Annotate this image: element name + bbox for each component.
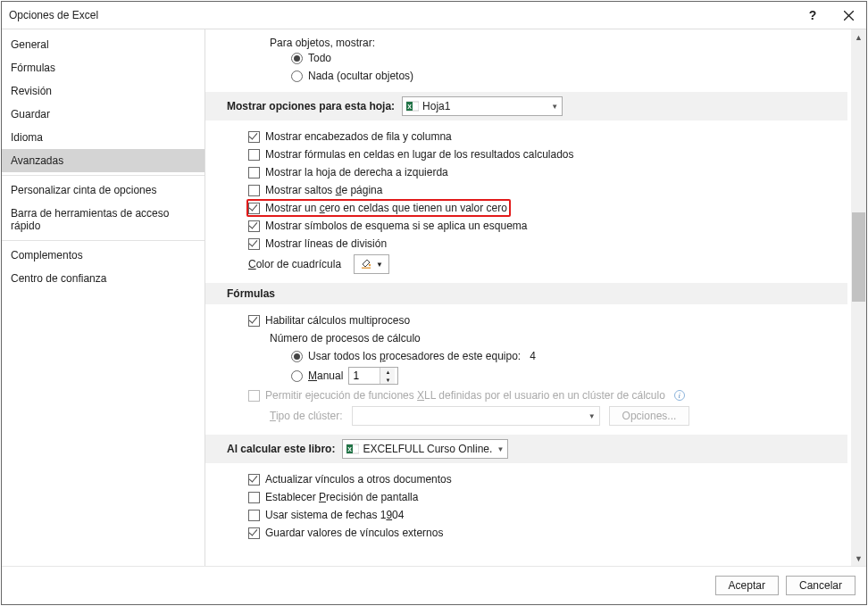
threads-label: Número de procesos de cálculo xyxy=(227,329,847,347)
checkbox-xll-cluster: Permitir ejecución de funciones XLL defi… xyxy=(227,386,847,404)
gridline-color-button[interactable]: ▼ xyxy=(354,254,389,274)
svg-point-5 xyxy=(369,263,371,265)
checkbox-icon xyxy=(248,492,260,503)
checkbox-icon xyxy=(248,238,260,250)
section-calc-workbook: Al calcular este libro: X EXCELFULL Curs… xyxy=(205,435,847,463)
checkbox-save-external-links[interactable]: Guardar valores de vínculos externos xyxy=(227,524,847,542)
checkbox-icon xyxy=(248,203,260,214)
checkbox-multithread[interactable]: Habilitar cálculos multiproceso xyxy=(227,311,847,329)
checkbox-icon xyxy=(248,149,260,161)
svg-text:X: X xyxy=(407,104,412,110)
window-title: Opciones de Excel xyxy=(9,9,795,21)
sidebar-item-general[interactable]: General xyxy=(2,33,204,56)
close-button[interactable] xyxy=(830,2,866,29)
checkbox-show-zeros[interactable]: Mostrar un cero en celdas que tienen un … xyxy=(246,199,511,217)
objects-label: Para objetos, mostrar: xyxy=(227,37,847,49)
scroll-down-arrow[interactable]: ▼ xyxy=(851,551,866,566)
checkbox-icon xyxy=(248,390,260,402)
sidebar-item-addins[interactable]: Complementos xyxy=(2,244,204,267)
checkbox-date-1904[interactable]: Usar sistema de fechas 1904 xyxy=(227,506,847,524)
sheet-icon: X xyxy=(406,100,419,112)
radio-icon xyxy=(291,370,303,382)
spin-down[interactable]: ▼ xyxy=(380,376,395,384)
gridline-color-label: Color de cuadrícula xyxy=(248,258,341,270)
checkbox-icon xyxy=(248,315,260,327)
ok-button[interactable]: Aceptar xyxy=(715,576,779,595)
sidebar-item-proofing[interactable]: Revisión xyxy=(2,79,204,103)
checkbox-icon xyxy=(248,220,260,232)
footer: Aceptar Cancelar xyxy=(2,566,866,604)
radio-label: Todo xyxy=(308,52,331,64)
workbook-combo[interactable]: X EXCELFULL Curso Online.... ▼ xyxy=(342,439,508,459)
checkbox-update-links[interactable]: Actualizar vínculos a otros documentos xyxy=(227,470,847,488)
cancel-button[interactable]: Cancelar xyxy=(786,576,855,595)
checkbox-gridlines[interactable]: Mostrar líneas de división xyxy=(227,235,847,253)
radio-icon xyxy=(291,351,303,362)
separator xyxy=(2,175,204,176)
cluster-type-row: Tipo de clúster: ▼ Opciones... xyxy=(227,404,847,428)
vertical-scrollbar[interactable]: ▲ ▼ xyxy=(851,29,866,566)
radio-hide-objects[interactable]: Nada (ocultar objetos) xyxy=(227,67,847,85)
spin-up[interactable]: ▲ xyxy=(380,368,395,376)
checkbox-icon xyxy=(248,474,260,486)
paint-bucket-icon xyxy=(360,257,372,272)
manual-count-input[interactable] xyxy=(349,369,380,382)
checkbox-outline-symbols[interactable]: Mostrar símbolos de esquema si se aplica… xyxy=(227,217,847,235)
sidebar-item-trust-center[interactable]: Centro de confianza xyxy=(2,267,204,290)
info-icon[interactable]: i xyxy=(674,390,685,401)
checkbox-rtl-sheet[interactable]: Mostrar la hoja de derecha a izquierda xyxy=(227,163,847,181)
section-sheet-options: Mostrar opciones para esta hoja: X Hoja1… xyxy=(205,92,847,120)
checkbox-show-formulas[interactable]: Mostrar fórmulas en celdas en lugar de l… xyxy=(227,145,847,163)
sidebar-item-save[interactable]: Guardar xyxy=(2,103,204,126)
sidebar: General Fórmulas Revisión Guardar Idioma… xyxy=(2,29,205,566)
titlebar: Opciones de Excel ? xyxy=(2,2,866,29)
checkbox-row-col-headers[interactable]: Mostrar encabezados de fila y columna xyxy=(227,128,847,145)
sidebar-item-formulas[interactable]: Fórmulas xyxy=(2,56,204,79)
scroll-thumb[interactable] xyxy=(852,212,865,302)
radio-manual-processors[interactable]: Manual ▲▼ xyxy=(227,365,847,386)
sidebar-item-language[interactable]: Idioma xyxy=(2,126,204,149)
scroll-up-arrow[interactable]: ▲ xyxy=(851,29,866,45)
radio-icon xyxy=(291,53,303,64)
sidebar-item-advanced[interactable]: Avanzadas xyxy=(2,149,204,172)
sidebar-item-customize-ribbon[interactable]: Personalizar cinta de opciones xyxy=(2,178,204,202)
scroll-track[interactable] xyxy=(851,45,866,551)
svg-text:X: X xyxy=(348,446,353,452)
chevron-down-icon: ▼ xyxy=(497,445,504,453)
checkbox-page-breaks[interactable]: Mostrar saltos de página xyxy=(227,181,847,199)
section-formulas: Fórmulas xyxy=(205,283,847,304)
checkbox-icon xyxy=(248,131,260,143)
sidebar-item-quick-access[interactable]: Barra de herramientas de acceso rápido xyxy=(2,202,204,237)
checkbox-icon xyxy=(248,527,260,539)
separator xyxy=(2,240,204,241)
radio-icon xyxy=(291,71,303,82)
workbook-icon: X xyxy=(346,443,359,455)
cluster-combo: ▼ xyxy=(352,406,600,426)
help-button[interactable]: ? xyxy=(795,2,830,29)
radio-label: Nada (ocultar objetos) xyxy=(308,70,413,82)
svg-rect-6 xyxy=(362,267,371,268)
chevron-down-icon: ▼ xyxy=(588,412,596,420)
checkbox-icon xyxy=(248,185,260,196)
options-panel: Para objetos, mostrar: Todo Nada (oculta… xyxy=(205,29,851,566)
checkbox-icon xyxy=(248,510,260,521)
chevron-down-icon: ▼ xyxy=(551,103,558,111)
radio-use-all-processors[interactable]: Usar todos los procesadores de este equi… xyxy=(227,347,847,365)
checkbox-precision-displayed[interactable]: Establecer Precisión de pantalla xyxy=(227,488,847,506)
sheet-combo[interactable]: X Hoja1 ▼ xyxy=(402,96,563,116)
checkbox-icon xyxy=(248,167,260,178)
manual-count-spinner[interactable]: ▲▼ xyxy=(348,367,398,385)
radio-show-all[interactable]: Todo xyxy=(227,49,847,67)
chevron-down-icon: ▼ xyxy=(376,261,383,269)
gridline-color-row: Color de cuadrícula ▼ xyxy=(227,253,847,276)
cluster-options-button: Opciones... xyxy=(609,406,690,426)
